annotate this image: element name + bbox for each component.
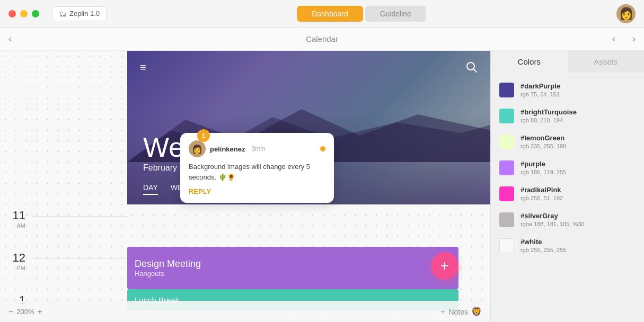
ampm-11: AM (0, 222, 25, 229)
close-button[interactable] (8, 10, 16, 17)
color-info: #darkPurple rgb 75, 64, 151 (521, 82, 560, 97)
color-info: #silverGray rgba 188, 181, 185, %30 (521, 212, 584, 227)
tab-assets[interactable]: Assets (568, 51, 645, 73)
color-swatch (499, 83, 514, 97)
calendar-next-button[interactable]: ‹ (604, 29, 624, 49)
search-icon[interactable] (466, 61, 478, 76)
color-item: #white rgb 255, 255, 255 (491, 232, 644, 258)
calendar-title: Calendar (306, 34, 338, 43)
add-event-fab[interactable]: + (431, 252, 458, 280)
color-name: #lemonGreen (521, 134, 566, 142)
tab-colors[interactable]: Colors (491, 51, 568, 73)
color-rgb: rgb 80, 210, 194 (521, 117, 577, 123)
zoom-level: 200% (16, 308, 34, 316)
search-svg (466, 61, 478, 73)
notification-badge: 1 (197, 129, 210, 142)
notes-label: Notes (448, 308, 468, 316)
nav-tabs: Dashboard Guideline (297, 6, 426, 22)
tab-day[interactable]: DAY (143, 183, 158, 195)
event-subtitle: Hangouts (135, 270, 201, 278)
color-item: #purple rgb 186, 119, 255 (491, 155, 644, 181)
comment-text: Background images will change every 5 se… (189, 162, 325, 182)
title-bar: 🗂 Zeplin 1.0 Dashboard Guideline 👩 (0, 0, 644, 28)
color-rgb: rgb 235, 255, 198 (521, 143, 566, 149)
color-info: #white rgb 255, 255, 255 (521, 238, 566, 253)
zoom-out-button[interactable]: − (8, 307, 13, 317)
color-info: #brightTurquoise rgb 80, 210, 194 (521, 108, 577, 123)
color-name: #brightTurquoise (521, 108, 577, 116)
calendar-forward-button[interactable]: › (624, 29, 644, 49)
avatar[interactable]: 👩 (616, 4, 636, 23)
zoom-in-button[interactable]: + (38, 307, 42, 317)
color-rgb: rgb 186, 119, 255 (521, 169, 566, 175)
comment-bubble: 👩 pelinkenez 3min Background images will… (180, 133, 334, 203)
color-swatch (499, 109, 514, 123)
zeplin-label: Zeplin 1.0 (69, 10, 100, 17)
color-item: #lemonGreen rgb 235, 255, 198 (491, 129, 644, 155)
event-title: Design Meeting (135, 258, 201, 270)
hour-11: 11 (0, 209, 25, 222)
color-name: #silverGray (521, 212, 584, 220)
color-name: #radikalPink (521, 186, 563, 194)
maximize-button[interactable] (32, 10, 39, 17)
color-name: #darkPurple (521, 82, 560, 90)
tab-dashboard[interactable]: Dashboard (297, 6, 363, 22)
calendar-header: ‹ Calendar ‹ › (0, 28, 644, 51)
color-item: #radikalPink rgb 255, 51, 192 (491, 181, 644, 207)
hour-12: 12 (0, 251, 25, 265)
comment-online-dot (320, 146, 325, 151)
color-swatch (499, 160, 514, 175)
window-controls (8, 10, 39, 17)
time-label-12: 12 PM (0, 251, 32, 271)
color-info: #lemonGreen rgb 235, 255, 198 (521, 134, 566, 149)
panel-tabs: Colors Assets (491, 51, 644, 73)
comment-username: pelinkenez (210, 145, 245, 153)
color-item: #silverGray rgba 188, 181, 185, %30 (491, 207, 644, 232)
main-content: ≡ Wednesday February 18, 2015 DAY WEEK M… (0, 51, 644, 322)
color-info: #purple rgb 186, 119, 255 (521, 160, 566, 175)
zeplin-icon: 🗂 (59, 10, 66, 18)
colors-list: #darkPurple rgb 75, 64, 151 #brightTurqu… (491, 73, 644, 322)
time-row-11: 11 AM (0, 204, 127, 247)
comment-avatar: 👩 (189, 140, 206, 157)
zoom-controls: − 200% + (0, 301, 127, 322)
notes-emoji: 🦁 (471, 307, 482, 317)
notes-area: + Notes 🦁 (440, 307, 482, 317)
color-item: #darkPurple rgb 75, 64, 151 (491, 77, 644, 103)
color-swatch (499, 212, 514, 227)
color-rgb: rgb 75, 64, 151 (521, 91, 560, 97)
svg-line-3 (474, 69, 477, 73)
bottom-bar: + Notes 🦁 (127, 301, 490, 322)
event-design-meeting[interactable]: Design Meeting Hangouts ↺ (127, 247, 458, 289)
menu-icon[interactable]: ≡ (140, 61, 146, 74)
minimize-button[interactable] (20, 10, 28, 17)
color-swatch (499, 135, 514, 149)
comment-time: 3min (251, 145, 265, 153)
comment-header: 👩 pelinkenez 3min (189, 140, 325, 157)
comment-avatar-emoji: 👩 (192, 144, 202, 154)
color-swatch (499, 238, 514, 253)
color-name: #white (521, 238, 566, 246)
color-name: #purple (521, 160, 566, 168)
tab-guideline[interactable]: Guideline (365, 6, 426, 22)
event-info: Design Meeting Hangouts (135, 258, 201, 278)
color-info: #radikalPink rgb 255, 51, 192 (521, 186, 563, 201)
zeplin-button[interactable]: 🗂 Zeplin 1.0 (52, 6, 107, 21)
right-panel: Colors Assets #darkPurple rgb 75, 64, 15… (490, 51, 644, 322)
calendar-area: ≡ Wednesday February 18, 2015 DAY WEEK M… (0, 51, 490, 322)
color-rgb: rgba 188, 181, 185, %30 (521, 221, 584, 227)
color-rgb: rgb 255, 255, 255 (521, 247, 566, 253)
calendar-prev-button[interactable]: ‹ (0, 29, 20, 49)
add-note-button[interactable]: + (440, 307, 445, 317)
reply-button[interactable]: REPLY (189, 187, 325, 195)
ampm-12: PM (0, 265, 25, 271)
color-item: #brightTurquoise rgb 80, 210, 194 (491, 103, 644, 129)
time-row-12: 12 PM (0, 247, 127, 289)
time-label-11: 11 AM (0, 209, 32, 229)
color-rgb: rgb 255, 51, 192 (521, 195, 563, 201)
color-swatch (499, 186, 514, 201)
